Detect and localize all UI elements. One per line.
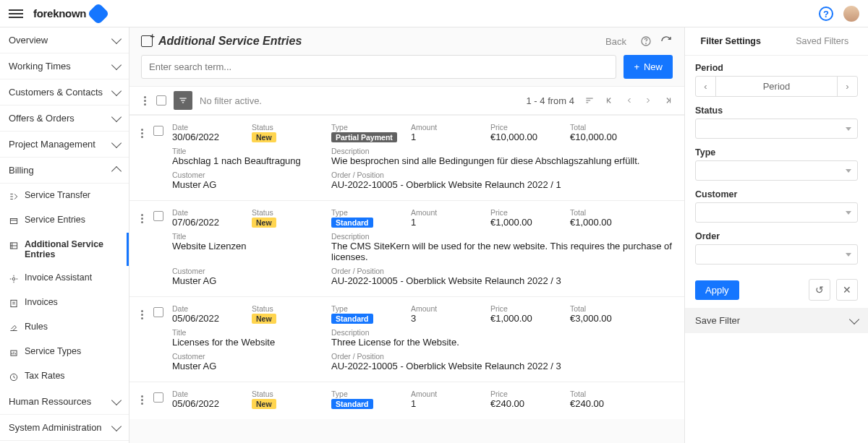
menu-toggle[interactable] xyxy=(9,9,23,18)
sidebar-item-human-ressources[interactable]: Human Ressources xyxy=(0,389,129,415)
apply-button[interactable]: Apply xyxy=(695,280,739,300)
clear-filter-icon[interactable]: ✕ xyxy=(836,279,858,301)
tab-filter-settings[interactable]: Filter Settings xyxy=(685,27,777,55)
page-last-icon[interactable] xyxy=(663,95,673,106)
period-next-icon[interactable]: › xyxy=(837,77,857,96)
sidebar-subitem-invoices[interactable]: Invoices xyxy=(0,291,129,315)
svg-rect-0 xyxy=(10,219,17,224)
nav-icon xyxy=(9,241,19,251)
help-context-icon[interactable] xyxy=(639,35,652,48)
filter-panel: Filter Settings Saved Filters Period ‹ P… xyxy=(684,27,868,443)
bulk-actions-menu[interactable] xyxy=(141,93,149,108)
type-badge: Partial Payment xyxy=(331,132,397,142)
chevron-icon xyxy=(111,421,122,431)
entry-actions-menu[interactable] xyxy=(138,307,146,322)
svg-rect-4 xyxy=(11,300,17,306)
entry-row[interactable]: Date05/06/2022StatusNewTypeStandardAmoun… xyxy=(129,382,684,419)
filter-toggle-icon[interactable] xyxy=(174,91,192,110)
nav-icon xyxy=(9,348,19,358)
type-badge: Standard xyxy=(331,218,373,228)
customer-dropdown[interactable] xyxy=(695,202,858,223)
entry-checkbox[interactable] xyxy=(153,307,163,317)
tab-saved-filters[interactable]: Saved Filters xyxy=(777,27,869,55)
svg-point-13 xyxy=(646,43,647,44)
type-dropdown[interactable] xyxy=(695,160,858,181)
brand: foreknown xyxy=(33,6,106,22)
sidebar-subitem-rules[interactable]: Rules xyxy=(0,315,129,340)
status-label: Status xyxy=(695,106,858,116)
sidebar-subitem-service-transfer[interactable]: Service Transfer xyxy=(0,184,129,208)
period-prev-icon[interactable]: ‹ xyxy=(696,77,716,96)
entry-checkbox[interactable] xyxy=(153,211,163,221)
new-button[interactable]: + New xyxy=(624,55,673,79)
select-all-checkbox[interactable] xyxy=(156,95,166,106)
page-first-icon[interactable] xyxy=(605,95,615,106)
type-badge: Standard xyxy=(331,314,373,324)
sort-icon[interactable] xyxy=(584,95,595,106)
period-label: Period xyxy=(695,63,858,73)
sidebar-subitem-invoice-assistant[interactable]: Invoice Assistant xyxy=(0,266,129,291)
entry-checkbox[interactable] xyxy=(153,392,163,403)
entry-row[interactable]: Date05/06/2022StatusNewTypeStandardAmoun… xyxy=(129,296,684,382)
sidebar-subitem-additional-service-entries[interactable]: Additional Service Entries xyxy=(0,233,129,266)
entry-actions-menu[interactable] xyxy=(138,126,146,141)
chevron-icon xyxy=(111,395,122,405)
sidebar-item-overview[interactable]: Overview xyxy=(0,27,129,53)
entry-row[interactable]: Date07/06/2022StatusNewTypeStandardAmoun… xyxy=(129,200,684,296)
type-label: Type xyxy=(695,147,858,158)
period-value: Period xyxy=(716,77,837,96)
type-badge: Standard xyxy=(331,399,373,409)
chevron-icon xyxy=(111,34,122,44)
result-range: 1 - 4 from 4 xyxy=(527,95,574,106)
nav-icon xyxy=(9,298,19,309)
chevron-icon xyxy=(111,112,122,122)
sidebar-subitem-service-types[interactable]: Service Types xyxy=(0,340,129,364)
sidebar-subitem-tax-rates[interactable]: Tax Rates xyxy=(0,364,129,389)
search-input[interactable] xyxy=(141,55,616,79)
nav-icon xyxy=(9,372,19,382)
status-badge: New xyxy=(252,314,276,324)
sidebar-subitem-service-entries[interactable]: Service Entries xyxy=(0,208,129,233)
status-badge: New xyxy=(252,132,276,142)
entry-row[interactable]: Date30/06/2022StatusNewTypePartial Payme… xyxy=(129,115,684,200)
status-badge: New xyxy=(252,399,276,409)
reset-filter-icon[interactable]: ↺ xyxy=(809,279,830,301)
entry-actions-menu[interactable] xyxy=(138,392,146,408)
back-link[interactable]: Back xyxy=(605,36,626,47)
avatar[interactable] xyxy=(843,6,859,22)
sidebar-item-customers-contacts[interactable]: Customers & Contacts xyxy=(0,79,129,106)
nav-icon xyxy=(9,192,19,202)
order-label: Order xyxy=(695,231,858,241)
entry-actions-menu[interactable] xyxy=(138,211,146,226)
sidebar-item-offers-orders[interactable]: Offers & Orders xyxy=(0,106,129,132)
chevron-down-icon xyxy=(849,314,859,324)
page-prev-icon[interactable] xyxy=(625,96,634,105)
chevron-icon xyxy=(111,166,122,176)
order-dropdown[interactable] xyxy=(695,244,858,264)
svg-point-3 xyxy=(12,278,15,280)
customer-label: Customer xyxy=(695,189,858,199)
nav-icon xyxy=(9,323,19,333)
status-badge: New xyxy=(252,218,276,228)
chevron-icon xyxy=(111,60,122,70)
chevron-icon xyxy=(111,138,122,148)
filter-status-label: No filter active. xyxy=(200,95,262,106)
nav-icon xyxy=(9,216,19,226)
main-content: Additional Service Entries Back + New xyxy=(129,27,684,443)
refresh-icon[interactable] xyxy=(660,35,673,48)
page-next-icon[interactable] xyxy=(644,96,652,105)
brand-name: foreknown xyxy=(33,7,86,20)
sidebar-item-system-administration[interactable]: System Administration xyxy=(0,415,129,441)
sidebar-item-billing[interactable]: Billing xyxy=(0,158,129,184)
entry-checkbox[interactable] xyxy=(153,126,163,136)
status-dropdown[interactable] xyxy=(695,119,858,139)
help-icon[interactable]: ? xyxy=(819,7,833,21)
save-filter-toggle[interactable]: Save Filter xyxy=(685,308,868,333)
sidebar-item-project-management[interactable]: Project Management xyxy=(0,132,129,158)
sidebar: OverviewWorking TimesCustomers & Contact… xyxy=(0,27,129,443)
sidebar-item-working-times[interactable]: Working Times xyxy=(0,53,129,79)
page-title: Additional Service Entries xyxy=(141,35,598,48)
nav-icon xyxy=(9,274,19,284)
brand-logo-icon xyxy=(88,2,110,25)
period-selector[interactable]: ‹ Period › xyxy=(695,76,858,97)
